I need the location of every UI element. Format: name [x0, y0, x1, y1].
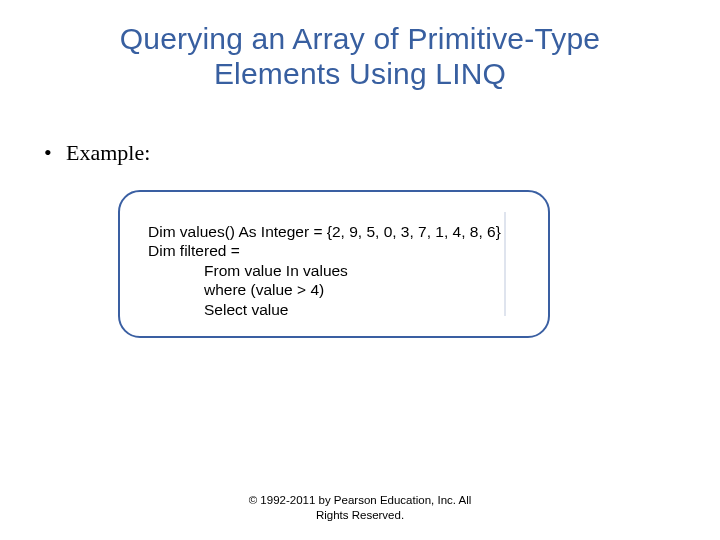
box-accent-line [504, 212, 506, 316]
title-line-2: Elements Using LINQ [214, 57, 506, 90]
footer-line-2: Rights Reserved. [316, 509, 404, 521]
title-line-1: Querying an Array of Primitive-Type [120, 22, 601, 55]
code-line-4: where (value > 4) [148, 280, 520, 299]
code-line-3: From value In values [148, 261, 520, 280]
code-line-2: Dim filtered = [148, 241, 520, 260]
footer-line-1: © 1992-2011 by Pearson Education, Inc. A… [249, 494, 472, 506]
slide-title: Querying an Array of Primitive-Type Elem… [0, 0, 720, 91]
bullet-marker: • [44, 140, 66, 166]
code-line-1: Dim values() As Integer = {2, 9, 5, 0, 3… [148, 222, 520, 241]
bullet-text: Example: [66, 140, 150, 165]
code-example-box: Dim values() As Integer = {2, 9, 5, 0, 3… [118, 190, 550, 338]
code-line-5: Select value [148, 300, 520, 319]
copyright-footer: © 1992-2011 by Pearson Education, Inc. A… [0, 493, 720, 522]
example-bullet: •Example: [44, 140, 150, 166]
slide: Querying an Array of Primitive-Type Elem… [0, 0, 720, 540]
